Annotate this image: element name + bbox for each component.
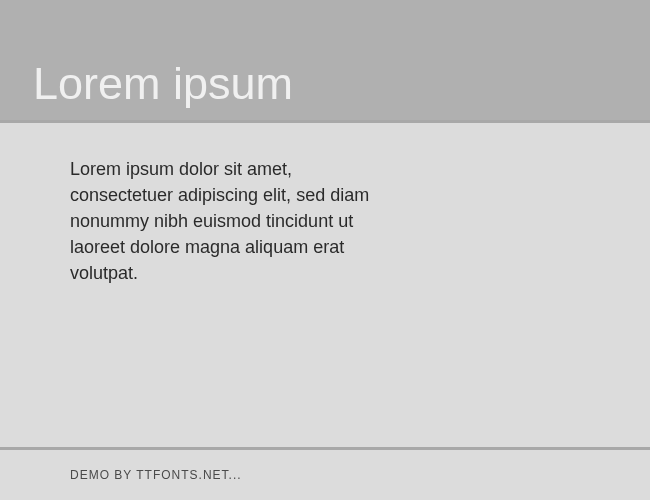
footer-text: DEMO BY TTFONTS.NET... xyxy=(70,468,242,482)
page-title: Lorem ipsum xyxy=(33,58,293,110)
content-area: Lorem ipsum dolor sit amet, consectetuer… xyxy=(0,123,650,286)
body-text: Lorem ipsum dolor sit amet, consectetuer… xyxy=(70,156,390,286)
header-banner: Lorem ipsum xyxy=(0,0,650,120)
footer: DEMO BY TTFONTS.NET... xyxy=(0,450,650,500)
